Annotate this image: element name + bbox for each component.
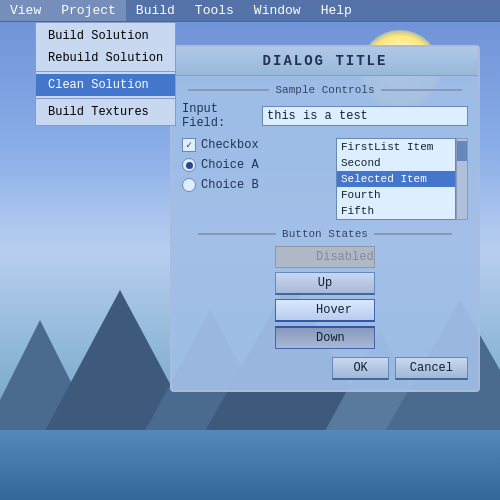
controls-row: ✓ Checkbox Choice A Choice B bbox=[182, 138, 468, 220]
button-hover[interactable]: Hover bbox=[275, 299, 375, 322]
choice-b-row[interactable]: Choice B bbox=[182, 178, 328, 192]
radio-a-inner bbox=[186, 162, 193, 169]
listbox[interactable]: FirstList Item Second Selected Item Four… bbox=[336, 138, 456, 220]
water bbox=[0, 430, 500, 500]
menu-build[interactable]: Build bbox=[126, 0, 185, 21]
dropdown-item-build-textures[interactable]: Build Textures bbox=[36, 101, 175, 123]
project-dropdown: Build Solution Rebuild Solution Clean So… bbox=[35, 22, 176, 126]
sample-controls-section: Sample Controls bbox=[182, 84, 468, 96]
button-states-section: Button States bbox=[192, 228, 458, 240]
dropdown-divider-2 bbox=[36, 98, 175, 99]
cancel-button[interactable]: Cancel bbox=[395, 357, 468, 380]
button-states: Disabled Up Hover Down bbox=[182, 246, 468, 349]
menubar: View Project Build Tools Window Help bbox=[0, 0, 500, 22]
choice-b-label: Choice B bbox=[201, 178, 259, 192]
list-item-second[interactable]: Second bbox=[337, 155, 455, 171]
choice-a-row[interactable]: Choice A bbox=[182, 158, 328, 172]
button-up[interactable]: Up bbox=[275, 272, 375, 295]
ok-button[interactable]: OK bbox=[332, 357, 388, 380]
dialog-title: DIALOG TITLE bbox=[172, 47, 478, 76]
radio-a[interactable] bbox=[182, 158, 196, 172]
dialog-footer: OK Cancel bbox=[172, 349, 478, 380]
choice-a-label: Choice A bbox=[201, 158, 259, 172]
checkbox-label: Checkbox bbox=[201, 138, 259, 152]
dropdown-item-rebuild-solution[interactable]: Rebuild Solution bbox=[36, 47, 175, 69]
list-item-selected[interactable]: Selected Item bbox=[337, 171, 455, 187]
radio-b[interactable] bbox=[182, 178, 196, 192]
scroll-thumb[interactable] bbox=[457, 141, 467, 161]
dropdown-divider bbox=[36, 71, 175, 72]
checkbox-row[interactable]: ✓ Checkbox bbox=[182, 138, 328, 152]
list-item-fifth[interactable]: Fifth bbox=[337, 203, 455, 219]
dialog: DIALOG TITLE Sample Controls Input Field… bbox=[170, 45, 480, 392]
menu-view[interactable]: View bbox=[0, 0, 51, 21]
input-row: Input Field: bbox=[182, 102, 468, 130]
menu-help[interactable]: Help bbox=[311, 0, 362, 21]
listbox-scrollbar[interactable] bbox=[456, 138, 468, 220]
menu-tools[interactable]: Tools bbox=[185, 0, 244, 21]
button-disabled: Disabled bbox=[275, 246, 375, 268]
menu-project[interactable]: Project bbox=[51, 0, 126, 21]
menu-window[interactable]: Window bbox=[244, 0, 311, 21]
input-field[interactable] bbox=[262, 106, 468, 126]
input-field-label: Input Field: bbox=[182, 102, 262, 130]
dialog-body: Input Field: ✓ Checkbox Choice A bbox=[172, 102, 478, 349]
list-item-first[interactable]: FirstList Item bbox=[337, 139, 455, 155]
left-controls: ✓ Checkbox Choice A Choice B bbox=[182, 138, 328, 220]
list-item-fourth[interactable]: Fourth bbox=[337, 187, 455, 203]
button-down[interactable]: Down bbox=[275, 326, 375, 349]
dropdown-item-build-solution[interactable]: Build Solution bbox=[36, 25, 175, 47]
checkbox[interactable]: ✓ bbox=[182, 138, 196, 152]
dropdown-item-clean-solution[interactable]: Clean Solution bbox=[36, 74, 175, 96]
listbox-wrapper: FirstList Item Second Selected Item Four… bbox=[336, 138, 468, 220]
